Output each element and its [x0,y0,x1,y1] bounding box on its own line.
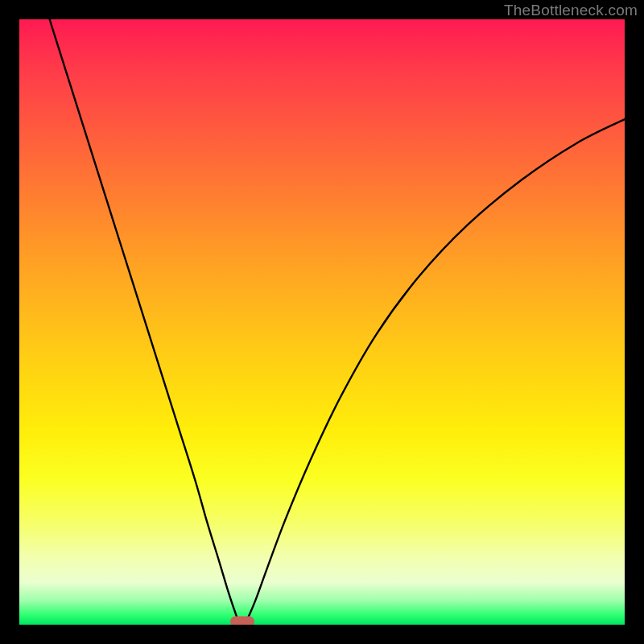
watermark-text: TheBottleneck.com [504,2,638,19]
plot-area [19,19,625,625]
optimal-marker [230,617,254,625]
bottleneck-curve [19,19,625,625]
chart-frame: TheBottleneck.com [0,0,644,644]
